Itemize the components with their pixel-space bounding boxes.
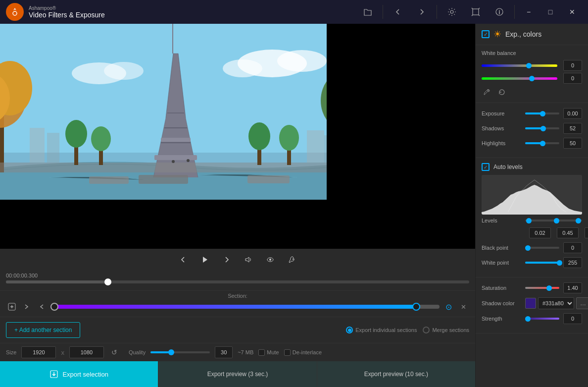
exposure-value[interactable] — [563, 108, 582, 119]
black-point-value[interactable] — [563, 242, 582, 253]
svg-rect-34 — [324, 135, 327, 163]
section-end-thumb[interactable] — [412, 303, 420, 311]
exposure-thumb[interactable] — [540, 111, 545, 116]
white-point-slider[interactable] — [525, 262, 559, 264]
strength-slider[interactable] — [525, 318, 559, 320]
shadows-value[interactable] — [563, 123, 582, 134]
export-selection-button[interactable]: Export selection — [0, 361, 158, 387]
highlights-value[interactable] — [563, 138, 582, 149]
crop-button[interactable] — [465, 1, 487, 23]
strength-value[interactable] — [563, 313, 582, 324]
wb-value-2[interactable] — [563, 73, 582, 84]
section-expand-right[interactable] — [21, 301, 33, 313]
export-preview-3-button[interactable]: Export preview (3 sec.) — [158, 361, 316, 387]
merge-sections-radio[interactable] — [423, 327, 430, 333]
levels-right-thumb[interactable] — [576, 218, 581, 223]
reset-wb-icon[interactable] — [496, 87, 507, 98]
section-collapse-left[interactable] — [36, 301, 48, 313]
next-frame-button[interactable] — [220, 253, 234, 267]
section-close-btn[interactable]: ✕ — [457, 301, 469, 313]
wb-slider-2[interactable] — [482, 77, 557, 80]
prev-frame-button[interactable] — [176, 253, 190, 267]
white-point-label: White point — [482, 260, 525, 266]
levels-v1[interactable] — [529, 227, 551, 238]
quality-slider[interactable] — [150, 351, 210, 353]
add-section-button[interactable]: + Add another section — [6, 322, 80, 338]
mute-option[interactable]: Mute — [258, 349, 279, 356]
forward-button[interactable] — [411, 1, 433, 23]
quality-thumb[interactable] — [168, 349, 174, 355]
height-input[interactable] — [69, 346, 104, 358]
wb-value-1[interactable] — [563, 60, 582, 71]
section-add-icon[interactable] — [6, 301, 18, 313]
panel-header: ☀ Exp., colors — [476, 24, 588, 45]
wb-thumb-2[interactable] — [529, 76, 535, 81]
levels-mid-thumb[interactable] — [554, 218, 559, 223]
timeline-track[interactable] — [6, 280, 469, 283]
mute-label: Mute — [267, 349, 279, 355]
play-button[interactable] — [198, 253, 212, 267]
white-point-value[interactable] — [563, 257, 582, 268]
levels-left-thumb[interactable] — [526, 218, 532, 223]
folder-button[interactable] — [357, 1, 379, 23]
levels-v3[interactable] — [585, 227, 588, 238]
highlights-slider[interactable] — [525, 142, 559, 144]
svg-rect-3 — [473, 9, 479, 15]
white-point-thumb[interactable] — [557, 260, 562, 266]
shadows-thumb[interactable] — [540, 126, 546, 131]
saturation-slider[interactable] — [525, 287, 559, 289]
highlights-thumb[interactable] — [540, 141, 545, 146]
video-preview — [0, 24, 475, 249]
shadows-slider[interactable] — [525, 127, 559, 129]
export-selection-label: Export selection — [62, 371, 108, 378]
levels-slider[interactable] — [525, 220, 582, 221]
settings-button[interactable] — [441, 1, 463, 23]
saturation-value[interactable] — [563, 282, 582, 293]
svg-point-42 — [269, 259, 271, 261]
auto-levels-row: Auto levels — [482, 163, 582, 171]
black-point-thumb[interactable] — [525, 245, 531, 251]
eyedropper-icon[interactable] — [482, 87, 492, 98]
main-area: 00:00:00.300 Section: — [0, 24, 588, 387]
wb-thumb-1[interactable] — [526, 63, 532, 68]
strength-thumb[interactable] — [525, 316, 531, 322]
shadow-color-select[interactable]: #331a80 — [538, 297, 574, 309]
quality-value-input[interactable] — [215, 346, 233, 358]
close-button[interactable]: ✕ — [562, 3, 582, 21]
section-range-bar[interactable] — [50, 305, 440, 309]
info-button[interactable] — [489, 1, 510, 23]
volume-button[interactable] — [242, 253, 255, 267]
export-individual-radio[interactable] — [346, 327, 353, 333]
deinterlace-option[interactable]: De-interlace — [284, 349, 322, 356]
section-circle-btn[interactable]: ⊙ — [442, 301, 454, 313]
timeline-thumb[interactable] — [104, 278, 111, 285]
mute-checkbox[interactable] — [258, 349, 265, 356]
auto-levels-checkbox[interactable] — [482, 163, 490, 171]
svg-rect-22 — [0, 163, 327, 172]
back-button[interactable] — [387, 1, 409, 23]
deinterlace-checkbox[interactable] — [284, 349, 291, 356]
minimize-button[interactable]: − — [519, 3, 539, 21]
exposure-slider[interactable] — [525, 112, 559, 114]
saturation-thumb[interactable] — [546, 285, 552, 291]
black-point-slider[interactable] — [525, 247, 559, 249]
merge-sections-option[interactable]: Merge sections — [423, 327, 469, 333]
levels-v2[interactable] — [557, 227, 579, 238]
x-separator: x — [61, 349, 64, 356]
panel-enable-checkbox[interactable] — [482, 30, 490, 38]
maximize-button[interactable]: □ — [540, 3, 560, 21]
export-individual-option[interactable]: Export individual sections — [346, 327, 417, 333]
shadow-color-swatch[interactable] — [525, 298, 536, 309]
wrench-button[interactable] — [285, 253, 299, 267]
width-input[interactable] — [21, 346, 56, 358]
auto-levels-label: Auto levels — [493, 164, 523, 170]
section-controls: ⊙ ✕ — [6, 301, 469, 313]
reset-size-button[interactable]: ↺ — [109, 347, 120, 358]
shadow-color-more-button[interactable]: … — [576, 297, 588, 309]
eye-button[interactable] — [263, 253, 277, 267]
section-start-thumb[interactable] — [50, 303, 58, 311]
wb-slider-1[interactable] — [482, 64, 557, 67]
export-preview-10-button[interactable]: Export preview (10 sec.) — [317, 361, 475, 387]
strength-row: Strength — [482, 313, 582, 324]
black-point-row: Black point — [482, 242, 582, 253]
